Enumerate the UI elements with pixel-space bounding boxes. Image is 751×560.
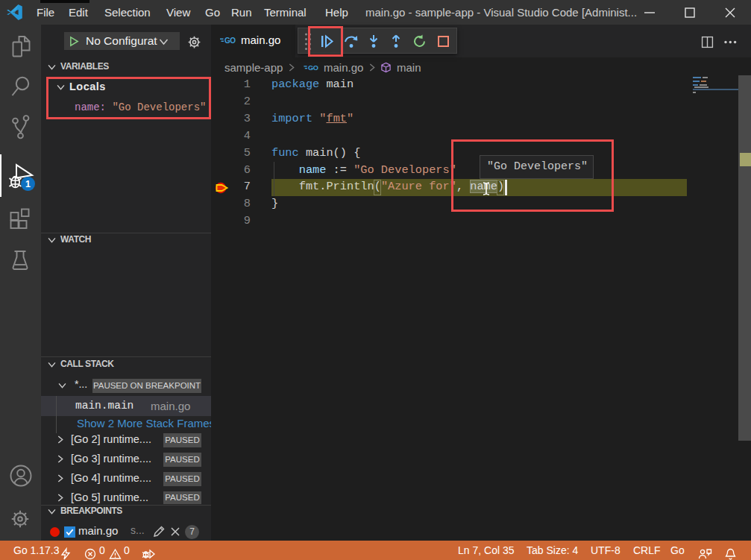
svg-text:GO: GO (308, 64, 318, 72)
svg-text:GO: GO (224, 37, 236, 45)
svg-text:1: 1 (25, 179, 31, 189)
